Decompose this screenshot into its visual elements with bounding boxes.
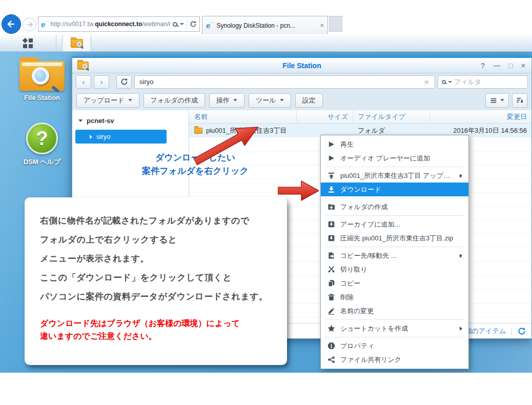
menu-item-delete[interactable]: 削除: [321, 290, 468, 304]
star-icon: [327, 325, 335, 333]
list-view-icon: [490, 97, 497, 104]
nav-refresh-button[interactable]: [116, 75, 132, 89]
taskbar-file-station-button[interactable]: [62, 35, 91, 51]
back-arrow-icon: [6, 19, 16, 29]
dropdown-caret-icon: [280, 99, 284, 102]
menu-item-create-shortcut[interactable]: ショートカットを作成: [321, 321, 468, 335]
dsm-desktop-root: File Station ? DSM ヘルプ File Station ? — …: [0, 35, 532, 373]
browser-chrome: e◠ http://sv0017.tw.quickconnect.to/webm…: [0, 0, 532, 35]
folder-icon: [194, 128, 202, 134]
ie-icon: e◠: [41, 21, 49, 28]
column-header-name[interactable]: 名前: [189, 110, 297, 123]
dropdown-caret-icon: [233, 99, 237, 102]
menu-item-cut[interactable]: 切り取り: [321, 262, 468, 276]
tab-close-icon[interactable]: ×: [320, 22, 324, 29]
file-station-icon: [71, 39, 83, 48]
help-icon: ?: [26, 123, 58, 154]
filter-input[interactable]: [454, 78, 524, 86]
menu-separator: [325, 215, 464, 216]
main-menu-button[interactable]: [0, 35, 56, 51]
items-count-label: 個のアイテム: [465, 327, 506, 336]
divider: [511, 327, 512, 335]
folder-plus-icon: [327, 203, 335, 211]
submenu-arrow-icon: [460, 174, 462, 178]
browser-back-button[interactable]: [2, 14, 21, 34]
main-menu-icon: [23, 38, 33, 48]
info-icon: [327, 342, 335, 350]
menu-item-properties[interactable]: プロパティ: [321, 339, 468, 353]
desktop-icon-label: File Station: [10, 94, 74, 102]
menu-item-copy[interactable]: コピー: [321, 276, 468, 290]
collapse-caret-icon: [78, 119, 83, 122]
ie-icon: e◠: [206, 22, 214, 29]
menu-separator: [325, 247, 464, 247]
sort-button[interactable]: [512, 93, 527, 108]
window-minimize-icon[interactable]: —: [493, 62, 500, 70]
expand-caret-icon: [90, 135, 92, 139]
menu-item-copy-move-to[interactable]: コピー先/移動先 ...: [321, 249, 468, 262]
instruction-note-box: 右側に物件名が記載されたフォルダがありますので フォルダの上で右クリックすると …: [25, 197, 287, 365]
menu-item-rename[interactable]: 名前の変更: [321, 304, 468, 318]
window-help-icon[interactable]: ?: [481, 62, 485, 70]
refresh-list-icon[interactable]: [518, 327, 526, 335]
refresh-icon[interactable]: [190, 21, 197, 28]
action-button[interactable]: 操作: [209, 93, 244, 108]
dropdown-caret-icon: [500, 99, 504, 102]
desktop-icon-dsm-help[interactable]: ? DSM ヘルプ: [10, 123, 74, 167]
file-modified: 2016年3月10日 14:56:56: [430, 126, 531, 135]
favorite-star-icon[interactable]: ★: [423, 77, 430, 87]
file-station-icon: [77, 62, 89, 70]
desktop: File Station ? DSM ヘルプ File Station ? — …: [0, 52, 532, 373]
column-header-modified[interactable]: 変更日: [430, 110, 531, 123]
nav-forward-button[interactable]: ›: [94, 75, 109, 89]
create-folder-button[interactable]: フォルダの作成: [144, 93, 206, 108]
menu-item-upload[interactable]: piu001_所沢市東住吉3丁目 アップロード: [321, 169, 468, 183]
view-mode-button[interactable]: [485, 93, 509, 108]
nav-back-button[interactable]: ‹: [76, 75, 91, 89]
menu-separator: [325, 319, 464, 320]
menu-separator: [325, 167, 464, 167]
forward-arrow-icon: [26, 21, 34, 29]
trash-icon: [327, 293, 335, 301]
menu-item-compress-to-zip[interactable]: 圧縮先 piu001_所沢市東住吉3丁目.zip: [321, 231, 468, 245]
menu-item-file-share-link[interactable]: ファイル共有リンク: [321, 353, 468, 367]
browser-tab[interactable]: e◠ Synology DiskStation - pcn... ×: [202, 16, 328, 34]
sidebar-item-root[interactable]: pcnet-sv: [72, 114, 189, 127]
window-maximize-icon[interactable]: □: [508, 62, 513, 70]
desktop-icon-file-station[interactable]: File Station: [10, 56, 74, 102]
filter-field[interactable]: [438, 75, 528, 89]
column-header-type[interactable]: ファイルタイプ: [353, 110, 430, 123]
search-icon[interactable]: [173, 22, 177, 27]
browser-forward-button[interactable]: [23, 17, 36, 31]
path-input[interactable]: [139, 78, 420, 86]
copy-icon: [327, 279, 335, 288]
warning-text: ダウンロード先はブラウザ（お客様の環境）によって 違いますのでご注意ください。: [40, 317, 274, 342]
tools-button[interactable]: ツール: [249, 93, 291, 108]
url-text: http://sv0017.tw.quickconnect.to/webman/…: [51, 21, 171, 28]
menu-item-add-to-audio-player[interactable]: オーディオ プレーヤーに追加: [321, 151, 468, 165]
window-close-icon[interactable]: ×: [521, 62, 525, 70]
archive-add-icon: [327, 220, 335, 229]
share-icon: [327, 356, 335, 364]
sidebar-item-siryo-selected[interactable]: siryo: [75, 130, 167, 144]
new-tab-area[interactable]: [329, 16, 342, 32]
menu-item-download[interactable]: ダウンロード: [321, 183, 468, 196]
window-titlebar[interactable]: File Station ? — □ ×: [72, 58, 531, 73]
sort-icon: [516, 96, 524, 104]
search-icon: [442, 80, 446, 84]
path-field[interactable]: ★: [134, 75, 435, 89]
rename-icon: [327, 307, 335, 315]
download-icon: [327, 186, 335, 194]
address-bar[interactable]: e◠ http://sv0017.tw.quickconnect.to/webm…: [38, 16, 200, 32]
menu-item-add-to-archive[interactable]: アーカイブに追加...: [321, 217, 468, 231]
window-title: File Station: [72, 62, 531, 70]
upload-button[interactable]: アップロード: [76, 93, 139, 108]
column-header-size[interactable]: サイズ: [297, 110, 353, 123]
settings-button[interactable]: 設定: [295, 93, 323, 108]
filter-caret-icon[interactable]: [448, 81, 452, 83]
red-arrow-to-download: [278, 179, 319, 202]
dsm-taskbar: [0, 35, 532, 52]
search-dropdown-caret-icon[interactable]: [180, 23, 184, 25]
menu-item-create-folder[interactable]: フォルダの作成: [321, 200, 468, 214]
menu-item-play[interactable]: 再生: [321, 137, 468, 151]
